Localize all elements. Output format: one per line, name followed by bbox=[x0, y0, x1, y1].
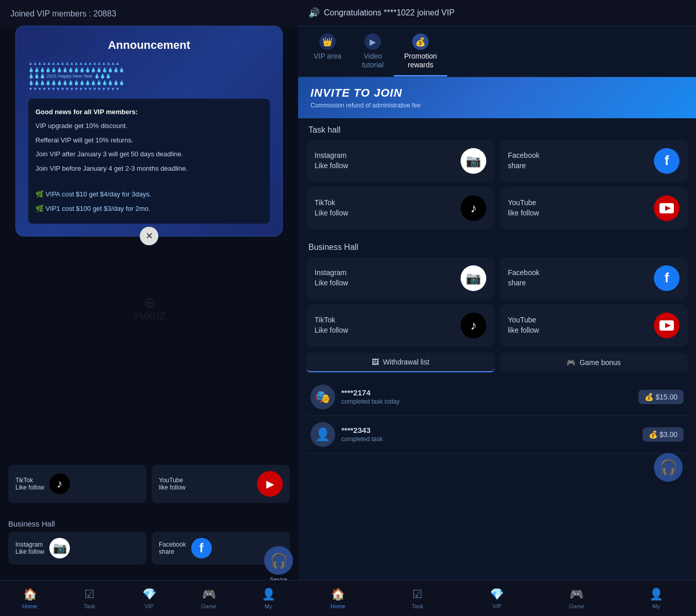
amount-2: 💰 $3.00 bbox=[643, 427, 684, 442]
facebook-task-icon: f bbox=[654, 148, 680, 174]
withdrawal-list-label: Withdrawal list bbox=[383, 358, 429, 366]
vip-icon: 💎 bbox=[142, 588, 156, 601]
tab-promotion-label: Promotionrewards bbox=[404, 52, 437, 69]
biz-tiktok-label: TikTokLike follow bbox=[315, 315, 348, 335]
biz-youtube-label: YouTubelike follow bbox=[508, 315, 539, 335]
my-icon: 👤 bbox=[262, 588, 276, 601]
right-nav-vip[interactable]: 💎 VIP bbox=[457, 581, 537, 616]
service-bubble[interactable]: 🎧 bbox=[264, 546, 293, 575]
instagram-task-icon: 📷 bbox=[461, 148, 486, 174]
speaker-icon: 🔊 bbox=[308, 7, 320, 19]
left-nav-vip[interactable]: 💎 VIP bbox=[119, 581, 179, 616]
tiktok-label: TikTok bbox=[15, 477, 44, 484]
right-home-icon: 🏠 bbox=[331, 588, 345, 601]
close-button[interactable]: ✕ bbox=[140, 227, 158, 245]
withdrawal-item-2: 👤 ****2343 completed task 💰 $3.00 bbox=[306, 416, 688, 454]
biz-youtube-icon bbox=[654, 313, 680, 338]
withdrawal-list-icon: 🖼 bbox=[372, 358, 379, 366]
announcement-decoration: ▲▲▲▲▲▲▲▲▲▲▲▲▲▲▲▲▲▲▲▲ 💧💧💧💧💧💧💧💧💧💧💧💧💧💧💧💧💧 💧… bbox=[28, 60, 270, 93]
withdrawal-tabs: 🖼 Withdrawal list 🎮 Game bonus bbox=[306, 353, 688, 372]
task-facebook-label: Facebookshare bbox=[508, 151, 539, 171]
right-nav-my[interactable]: 👤 My bbox=[616, 581, 696, 616]
left-business-hall: Business Hall bbox=[8, 519, 55, 529]
withdrawal-item-1: 🎭 ****2174 completed task today 💰 $15.00 bbox=[306, 378, 688, 416]
watermark: ⊕ YMKUZ bbox=[133, 294, 166, 322]
tab-promotion-rewards[interactable]: 💰 Promotionrewards bbox=[394, 26, 447, 77]
right-game-icon: 🎮 bbox=[570, 588, 583, 601]
youtube-label: YouTube bbox=[159, 477, 186, 484]
right-service-bubble[interactable]: 🎧 bbox=[654, 453, 683, 482]
money-icon-2: 💰 bbox=[649, 430, 657, 439]
user-2: ****2343 bbox=[341, 426, 636, 434]
joined-members-label: Joined VIP members : 20883 bbox=[10, 9, 116, 18]
left-nav-task[interactable]: ☑ Task bbox=[60, 581, 119, 616]
task-hall-grid: InstagramLike follow 📷 Facebookshare f T… bbox=[306, 140, 688, 229]
right-nav-game[interactable]: 🎮 Game bbox=[537, 581, 616, 616]
tab-bar: 👑 VIP area ▶ Videotutorial 💰 Promotionre… bbox=[298, 26, 696, 77]
task-instagram-follow[interactable]: InstagramLike follow 📷 bbox=[306, 140, 494, 182]
task-instagram-label: InstagramLike follow bbox=[315, 151, 348, 171]
youtube-task-icon bbox=[654, 195, 680, 221]
left-tiktok-card[interactable]: TikTok Like follow ♪ bbox=[8, 465, 146, 503]
biz-tiktok-follow[interactable]: TikTokLike follow ♪ bbox=[306, 304, 494, 347]
video-tutorial-icon: ▶ bbox=[364, 33, 381, 50]
status-1: completed task today bbox=[341, 398, 632, 405]
right-panel: 🔊 Congratulations ****1022 joined VIP 👑 … bbox=[298, 0, 696, 616]
invite-subtitle: Commission refund of administrative fee bbox=[310, 102, 684, 109]
announcement-title: Announcement bbox=[28, 39, 270, 52]
tiktok-icon: ♪ bbox=[49, 474, 70, 494]
user-1: ****2174 bbox=[341, 388, 632, 397]
biz-instagram-icon: 📷 bbox=[461, 265, 486, 291]
task-youtube-label: YouTubelike follow bbox=[508, 198, 539, 218]
game-icon: 🎮 bbox=[202, 588, 216, 601]
right-task-icon: ☑ bbox=[412, 588, 423, 601]
right-nav-task[interactable]: ☑ Task bbox=[378, 581, 457, 616]
announcement-modal: Announcement ▲▲▲▲▲▲▲▲▲▲▲▲▲▲▲▲▲▲▲▲ 💧💧💧💧💧💧… bbox=[15, 26, 283, 237]
game-bonus-label: Game bonus bbox=[579, 358, 620, 367]
left-panel: Joined VIP members : 20883 Announcement … bbox=[0, 0, 298, 616]
task-icon: ☑ bbox=[84, 588, 95, 601]
task-facebook-share[interactable]: Facebookshare f bbox=[500, 140, 688, 182]
right-vip-icon: 💎 bbox=[490, 588, 504, 601]
left-header: Joined VIP members : 20883 bbox=[0, 0, 298, 28]
tab-video-tutorial[interactable]: ▶ Videotutorial bbox=[352, 26, 394, 77]
tab-vip-area[interactable]: 👑 VIP area bbox=[303, 26, 352, 77]
left-instagram-card[interactable]: Instagram Like follow 📷 bbox=[8, 532, 146, 565]
biz-instagram-label: InstagramLike follow bbox=[315, 268, 348, 288]
youtube-icon: ▶ bbox=[257, 471, 283, 497]
invite-title: INVITE TO JOIN bbox=[310, 86, 684, 100]
biz-instagram-follow[interactable]: InstagramLike follow 📷 bbox=[306, 257, 494, 299]
right-nav-home[interactable]: 🏠 Home bbox=[298, 581, 378, 616]
biz-facebook-share[interactable]: Facebookshare f bbox=[500, 257, 688, 299]
announcement-content: Good news for all VIP members: VIP upgra… bbox=[28, 99, 270, 224]
money-icon-1: 💰 bbox=[645, 393, 653, 401]
left-nav-game[interactable]: 🎮 Game bbox=[179, 581, 239, 616]
right-content: Task hall InstagramLike follow 📷 Faceboo… bbox=[298, 118, 696, 580]
game-bonus-tab[interactable]: 🎮 Game bonus bbox=[500, 353, 688, 372]
left-nav-my[interactable]: 👤 My bbox=[239, 581, 298, 616]
business-hall-title: Business Hall bbox=[306, 235, 688, 257]
home-icon: 🏠 bbox=[23, 588, 37, 601]
biz-facebook-icon: f bbox=[654, 265, 680, 291]
left-bottom-nav: 🏠 Home ☑ Task 💎 VIP 🎮 Game 👤 My bbox=[0, 580, 298, 616]
status-2: completed task bbox=[341, 436, 636, 443]
avatar-1: 🎭 bbox=[310, 385, 335, 409]
left-youtube-card[interactable]: YouTube like follow ▶ bbox=[152, 465, 290, 503]
left-nav-home[interactable]: 🏠 Home bbox=[0, 581, 60, 616]
right-header: 🔊 Congratulations ****1022 joined VIP bbox=[298, 0, 696, 26]
withdrawal-list-tab[interactable]: 🖼 Withdrawal list bbox=[306, 353, 494, 372]
right-announcement-text: Congratulations ****1022 joined VIP bbox=[324, 8, 454, 17]
biz-youtube-follow[interactable]: YouTubelike follow bbox=[500, 304, 688, 347]
instagram-icon: 📷 bbox=[49, 538, 70, 558]
game-bonus-icon: 🎮 bbox=[566, 358, 575, 367]
biz-tiktok-icon: ♪ bbox=[461, 313, 486, 338]
task-hall-title: Task hall bbox=[306, 118, 688, 140]
task-tiktok-follow[interactable]: TikTokLike follow ♪ bbox=[306, 187, 494, 229]
amount-1: 💰 $15.00 bbox=[638, 390, 684, 404]
right-bottom-nav: 🏠 Home ☑ Task 💎 VIP 🎮 Game 👤 My bbox=[298, 580, 696, 616]
task-youtube-follow[interactable]: YouTubelike follow bbox=[500, 187, 688, 229]
invite-banner: INVITE TO JOIN Commission refund of admi… bbox=[298, 77, 696, 118]
biz-facebook-label: Facebookshare bbox=[508, 268, 539, 288]
promotion-rewards-icon: 💰 bbox=[412, 33, 429, 50]
task-tiktok-label: TikTokLike follow bbox=[315, 198, 348, 218]
